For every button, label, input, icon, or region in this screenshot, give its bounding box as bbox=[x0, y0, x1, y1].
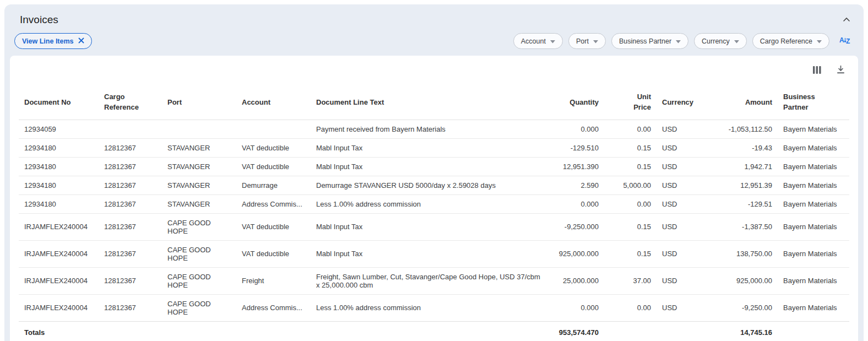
invoice-table-body: 12934059 Payment received from Bayern Ma… bbox=[19, 120, 849, 321]
table-row: IRJAMFLEX240004 12812367 CAPE GOOD HOPE … bbox=[19, 240, 849, 267]
cell-business-partner: Bayern Materials bbox=[778, 194, 849, 213]
cell-unit-price: 0.00 bbox=[604, 294, 657, 321]
sort-alpha-icon: A Z bbox=[839, 36, 851, 46]
card-actions bbox=[19, 61, 849, 78]
column-header-cargo-reference[interactable]: Cargo Reference bbox=[99, 86, 162, 120]
filter-bar: Account Port Business Partner Currency C… bbox=[513, 33, 854, 49]
cell-document-line-text: Mabl Input Tax bbox=[311, 138, 546, 157]
cell-cargo-reference: 12812367 bbox=[99, 267, 162, 294]
cell-document-no: 12934180 bbox=[19, 176, 99, 194]
column-header-document-line-text[interactable]: Document Line Text bbox=[311, 86, 546, 120]
table-row: 12934180 12812367 STAVANGER Demurrage De… bbox=[19, 176, 849, 194]
cell-quantity: 12,951.390 bbox=[546, 157, 604, 176]
column-header-unit-price[interactable]: Unit Price bbox=[604, 86, 657, 120]
table-row: IRJAMFLEX240004 12812367 CAPE GOOD HOPE … bbox=[19, 213, 849, 240]
view-line-items-chip[interactable]: View Line Items bbox=[14, 33, 92, 49]
cell-amount: 12,951.39 bbox=[701, 176, 778, 194]
sort-alphabetical-button[interactable]: A Z bbox=[837, 35, 854, 47]
cell-currency: USD bbox=[657, 138, 701, 157]
totals-amount: 14,745.16 bbox=[701, 321, 778, 341]
cell-document-line-text: Less 1.00% address commission bbox=[311, 294, 546, 321]
column-header-business-partner[interactable]: Business Partner bbox=[778, 86, 849, 120]
cell-account: Demurrage bbox=[236, 176, 311, 194]
close-icon[interactable] bbox=[78, 37, 84, 45]
cell-account: VAT deductible bbox=[236, 157, 311, 176]
cell-document-no: 12934059 bbox=[19, 120, 99, 138]
caret-down-icon bbox=[550, 37, 555, 45]
cell-account: VAT deductible bbox=[236, 213, 311, 240]
cell-unit-price: 0.00 bbox=[604, 120, 657, 138]
cell-account: VAT deductible bbox=[236, 240, 311, 267]
cell-quantity: -9,250.000 bbox=[546, 213, 604, 240]
totals-label: Totals bbox=[19, 321, 546, 341]
cell-business-partner: Bayern Materials bbox=[778, 120, 849, 138]
cell-currency: USD bbox=[657, 157, 701, 176]
caret-down-icon bbox=[817, 37, 822, 45]
cell-document-no: IRJAMFLEX240004 bbox=[19, 294, 99, 321]
cell-port: CAPE GOOD HOPE bbox=[162, 294, 236, 321]
cell-document-no: 12934180 bbox=[19, 194, 99, 213]
filter-chip-currency[interactable]: Currency bbox=[694, 33, 747, 49]
column-header-port[interactable]: Port bbox=[162, 86, 236, 120]
column-settings-button[interactable] bbox=[812, 65, 822, 77]
columns-icon bbox=[813, 66, 821, 75]
view-line-items-label: View Line Items bbox=[22, 37, 74, 45]
filter-chip-port[interactable]: Port bbox=[568, 33, 606, 49]
cell-cargo-reference: 12812367 bbox=[99, 138, 162, 157]
column-header-currency[interactable]: Currency bbox=[657, 86, 701, 120]
cell-amount: -129.51 bbox=[701, 194, 778, 213]
cell-currency: USD bbox=[657, 213, 701, 240]
cell-account: Address Commis... bbox=[236, 194, 311, 213]
cell-business-partner: Bayern Materials bbox=[778, 213, 849, 240]
filter-chip-cargo-reference[interactable]: Cargo Reference bbox=[752, 33, 829, 49]
column-header-quantity[interactable]: Quantity bbox=[546, 86, 604, 120]
svg-text:Z: Z bbox=[846, 37, 850, 45]
filter-chip-account[interactable]: Account bbox=[513, 33, 563, 49]
cell-unit-price: 0.00 bbox=[604, 194, 657, 213]
table-header-row: Document No Cargo Reference Port Account… bbox=[19, 86, 849, 120]
cell-document-no: 12934180 bbox=[19, 138, 99, 157]
cell-document-line-text: Less 1.00% address commission bbox=[311, 194, 546, 213]
cell-port: STAVANGER bbox=[162, 157, 236, 176]
cell-port: CAPE GOOD HOPE bbox=[162, 267, 236, 294]
cell-amount: 138,750.00 bbox=[701, 240, 778, 267]
cell-quantity: 0.000 bbox=[546, 294, 604, 321]
cell-quantity: 25,000.000 bbox=[546, 267, 604, 294]
column-header-document-no[interactable]: Document No bbox=[19, 86, 99, 120]
cell-business-partner: Bayern Materials bbox=[778, 294, 849, 321]
page-title: Invoices bbox=[20, 14, 58, 26]
filter-chip-business-partner[interactable]: Business Partner bbox=[611, 33, 688, 49]
invoices-panel: Invoices View Line Items Account Port bbox=[4, 4, 864, 341]
filter-label: Business Partner bbox=[619, 37, 671, 45]
cell-currency: USD bbox=[657, 294, 701, 321]
cell-port: STAVANGER bbox=[162, 138, 236, 157]
download-button[interactable] bbox=[836, 64, 846, 77]
cell-document-line-text: Mabl Input Tax bbox=[311, 240, 546, 267]
cell-currency: USD bbox=[657, 194, 701, 213]
cell-unit-price: 37.00 bbox=[604, 267, 657, 294]
invoices-table: Document No Cargo Reference Port Account… bbox=[19, 86, 849, 341]
cell-document-line-text: Freight, Sawn Lumber, Cut, Stavanger/Cap… bbox=[311, 267, 546, 294]
column-header-account[interactable]: Account bbox=[236, 86, 311, 120]
caret-down-icon bbox=[593, 37, 598, 45]
cell-port: CAPE GOOD HOPE bbox=[162, 213, 236, 240]
cell-cargo-reference bbox=[99, 120, 162, 138]
table-row: IRJAMFLEX240004 12812367 CAPE GOOD HOPE … bbox=[19, 294, 849, 321]
cell-amount: 925,000.00 bbox=[701, 267, 778, 294]
cell-document-line-text: Demurrage STAVANGER USD 5000/day x 2.590… bbox=[311, 176, 546, 194]
collapse-panel-button[interactable] bbox=[840, 13, 853, 26]
cell-account: Freight bbox=[236, 267, 311, 294]
cell-port bbox=[162, 120, 236, 138]
cell-quantity: 925,000.000 bbox=[546, 240, 604, 267]
chevron-up-icon bbox=[843, 15, 850, 24]
column-header-amount[interactable]: Amount bbox=[701, 86, 778, 120]
cell-amount: 1,942.71 bbox=[701, 157, 778, 176]
cell-business-partner: Bayern Materials bbox=[778, 267, 849, 294]
cell-cargo-reference: 12812367 bbox=[99, 194, 162, 213]
cell-amount: -9,250.00 bbox=[701, 294, 778, 321]
cell-port: STAVANGER bbox=[162, 176, 236, 194]
download-icon bbox=[837, 66, 845, 75]
cell-currency: USD bbox=[657, 176, 701, 194]
filter-label: Cargo Reference bbox=[760, 37, 812, 45]
cell-port: CAPE GOOD HOPE bbox=[162, 240, 236, 267]
